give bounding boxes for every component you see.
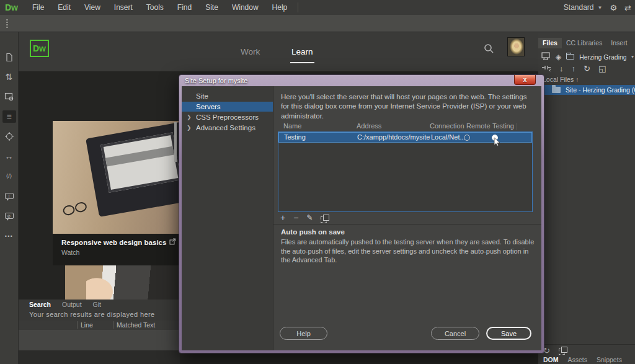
glasses-photo-shape [62, 200, 91, 216]
synchronize-icon[interactable]: ↻ [584, 64, 590, 73]
tab-cc-libraries[interactable]: CC Libraries [562, 38, 606, 48]
cancel-button[interactable]: Cancel [431, 327, 479, 340]
sidebar-item-advanced-settings[interactable]: ❯ Advanced Settings [182, 123, 273, 133]
sidebar-item-site[interactable]: Site [182, 91, 273, 101]
more-tools-icon[interactable]: ⋯ [2, 229, 16, 242]
chevron-down-icon[interactable]: ▾ [631, 54, 634, 60]
menu-file[interactable]: File [25, 3, 51, 12]
search-column-headers: Line Matched Text [19, 321, 180, 330]
sync-settings-icon[interactable]: ⇄ [624, 3, 631, 12]
auto-push-title: Auto push on save [281, 228, 345, 236]
external-link-icon [169, 238, 176, 246]
site-setup-dialog: Site Setup for mysite x Site Servers ❯ C… [179, 74, 544, 353]
tab-search[interactable]: Search [24, 301, 56, 308]
connect-server-icon[interactable] [541, 64, 551, 74]
dialog-main: Here you'll select the server that will … [273, 86, 541, 350]
menu-site[interactable]: Site [198, 3, 225, 12]
scrollbar-thumb[interactable] [174, 122, 177, 162]
dw-logo: Dw [30, 40, 49, 57]
live-view-icon[interactable] [2, 91, 16, 103]
auto-push-description: Files are automatically pushed to the te… [281, 237, 538, 265]
comment-icon[interactable]: ! [2, 190, 16, 202]
tab-dom[interactable]: DOM [543, 356, 564, 364]
dialog-sidebar: Site Servers ❯ CSS Preprocessors ❯ Advan… [182, 86, 273, 350]
mouse-cursor [494, 137, 501, 149]
tab-css-designer[interactable]: CSS Des [632, 38, 635, 48]
format-icon[interactable]: ≡ [2, 110, 16, 123]
tab-assets[interactable]: Assets [568, 356, 593, 364]
help-button[interactable]: Help [280, 327, 327, 340]
site-root-row[interactable]: Site - Herzing Grading (G:\H [538, 85, 635, 95]
search-placeholder-text: Your search results are displayed here [29, 311, 155, 318]
menu-find[interactable]: Find [171, 3, 198, 12]
close-icon[interactable]: x [514, 75, 536, 85]
duplicate-server-button[interactable] [321, 215, 328, 222]
col-name: Name [283, 122, 301, 130]
dialog-title: Site Setup for mysite [185, 77, 248, 84]
workspace-switcher[interactable]: Standard ▼ [564, 3, 603, 12]
remove-server-button[interactable]: − [293, 213, 298, 222]
workspace-label: Standard [564, 3, 594, 12]
chevron-right-icon: ❯ [187, 112, 192, 122]
toolbar-grip[interactable] [6, 19, 8, 28]
server-name: Testing [284, 133, 306, 142]
laptop-photo-shape [86, 122, 180, 217]
remote-radio[interactable] [464, 135, 470, 141]
add-server-button[interactable]: + [280, 213, 285, 222]
tutorial-title: Responsive web design basics [61, 238, 172, 246]
search-results-body [19, 330, 180, 350]
tutorial-thumbnail-2[interactable] [65, 265, 181, 300]
sort-files-icon[interactable]: ⇅ [2, 71, 16, 83]
tutorial-watch-link[interactable]: Watch [61, 249, 172, 256]
tab-output[interactable]: Output [56, 301, 87, 308]
tab-git[interactable]: Git [87, 301, 107, 308]
tab-work[interactable]: Work [241, 47, 260, 56]
tab-learn[interactable]: Learn [291, 47, 313, 56]
comment-blocked-icon[interactable]: ⊘ [2, 210, 16, 222]
tutorial-card[interactable]: Responsive web design basics Watch [53, 234, 180, 265]
server-table-header: Name Address Connection Remote Testing [273, 122, 541, 131]
files-panel: Files CC Libraries Insert CSS Des ◈ Herz… [538, 32, 635, 364]
gear-icon[interactable]: ⚙ [610, 3, 617, 12]
menu-tools[interactable]: Tools [140, 3, 171, 12]
sidebar-item-css-preprocessors[interactable]: ❯ CSS Preprocessors [182, 112, 273, 122]
local-files-header[interactable]: Local Files ↑ [543, 76, 579, 83]
new-file-icon[interactable] [2, 51, 16, 63]
server-address: C:/xampp/htdocs/mysite [357, 133, 430, 142]
file-activity-icon[interactable] [559, 347, 566, 354]
col-connection: Connection [430, 122, 464, 130]
site-dropdown[interactable]: Herzing Grading [579, 53, 626, 61]
edit-server-button[interactable]: ✎ [306, 214, 313, 221]
left-toolbar: ⇅ ≡ ↔ ⟨/⟩ ! ⊘ ⋯ [0, 32, 19, 364]
tab-files[interactable]: Files [538, 38, 562, 48]
put-files-icon[interactable]: ↑ [572, 64, 576, 73]
chevron-down-icon: ▼ [598, 5, 603, 11]
sidebar-item-servers[interactable]: Servers [182, 102, 273, 112]
tab-snippets[interactable]: Snippets [597, 356, 628, 364]
tutorial-thumbnail[interactable] [53, 121, 180, 234]
fit-width-icon[interactable]: ↔ [2, 150, 16, 162]
server-list: Testing C:/xampp/htdocs/mysite Local/Net… [278, 131, 533, 212]
user-avatar[interactable] [507, 37, 525, 56]
menu-window[interactable]: Window [225, 3, 265, 12]
save-button[interactable]: Save [486, 327, 531, 340]
tab-insert[interactable]: Insert [606, 38, 631, 48]
col-testing: Testing [492, 122, 514, 130]
dialog-titlebar[interactable]: Site Setup for mysite [182, 75, 541, 86]
menu-edit[interactable]: Edit [51, 3, 78, 12]
server-connection: Local/Net... [431, 133, 466, 142]
search-icon[interactable] [484, 43, 494, 56]
sort-direction-icon: ↑ [575, 76, 579, 83]
code-edit-icon[interactable]: ⟨/⟩ [2, 170, 16, 182]
menu-view[interactable]: View [78, 3, 107, 12]
col-remote: Remote [466, 122, 491, 130]
menu-insert[interactable]: Insert [107, 3, 140, 12]
menubar: Dw File Edit View Insert Tools Find Site… [0, 0, 635, 15]
get-files-icon[interactable]: ↓ [559, 64, 564, 73]
manage-sites-icon[interactable] [541, 52, 551, 61]
git-view-icon[interactable]: ◈ [556, 53, 561, 61]
menu-help[interactable]: Help [265, 3, 295, 12]
menubar-divider [298, 2, 298, 12]
expand-panel-icon[interactable]: ◱ [598, 64, 606, 73]
target-icon[interactable] [2, 130, 16, 143]
